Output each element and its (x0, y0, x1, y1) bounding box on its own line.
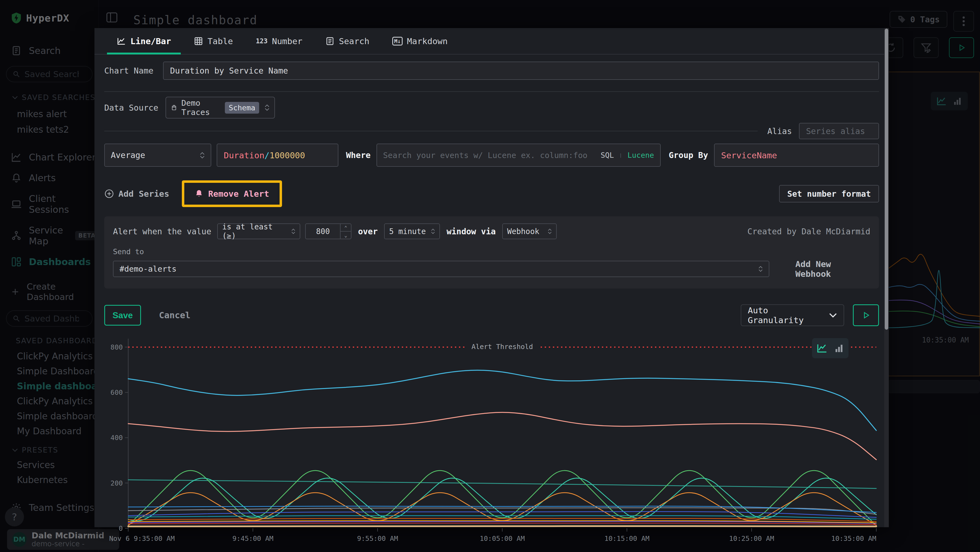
select-caret-icon (548, 228, 552, 234)
plus-circle-icon (104, 189, 114, 199)
preview-chart-svg: 0200400600800Nov 6 9:35:00 AM9:45:00 AM9… (104, 332, 879, 544)
sql-toggle[interactable]: SQL (601, 151, 614, 160)
series-row: Average Duration/1000000 Where Search yo… (104, 144, 879, 167)
alias-field[interactable] (799, 123, 879, 139)
line-chart-icon (816, 343, 828, 354)
data-source-value: Demo Traces (181, 98, 221, 117)
x-axis-tick: 10:35:00 AM (831, 534, 876, 542)
bell-icon (195, 189, 204, 198)
search-placeholder: Search your events w/ Lucene ex. column:… (383, 151, 598, 160)
data-source-label: Data Source (104, 103, 158, 113)
action-highlight-box: Remove Alert (182, 180, 282, 207)
y-axis-tick: 800 (111, 343, 123, 351)
chart-name-input[interactable] (170, 62, 872, 79)
window-via-label: window via (447, 227, 496, 236)
group-by-label: Group By (669, 150, 708, 160)
series-line-product-catalog (128, 493, 876, 525)
channel-type-select[interactable]: Webhook (502, 223, 557, 239)
run-preview-button[interactable] (853, 304, 879, 326)
select-caret-icon (291, 228, 295, 234)
modal-footer: Save Cancel Auto Granularity (104, 304, 879, 326)
window-select[interactable]: 5 minute (384, 223, 440, 239)
comparator-select[interactable]: is at least (≥) (217, 223, 300, 239)
preview-chart-type-toggle[interactable] (812, 338, 848, 358)
y-axis-tick: 200 (111, 479, 123, 487)
series-line-frontend (128, 370, 876, 431)
over-label: over (358, 227, 377, 236)
alert-prefix-label: Alert when the value (113, 227, 211, 236)
stepper-down-icon[interactable]: ⌄ (340, 231, 351, 239)
select-caret-icon (200, 152, 205, 159)
number-123-icon: 123 (256, 37, 267, 45)
table-icon (194, 37, 203, 46)
x-axis-tick: 9:55:00 AM (357, 534, 398, 542)
lucene-toggle[interactable]: Lucene (627, 151, 654, 160)
threshold-number-input[interactable]: 800 ⌃ ⌄ (305, 223, 352, 239)
tab-line-bar[interactable]: Line/Bar (105, 28, 182, 54)
divider (104, 91, 879, 92)
chart-name-row: Chart Name (104, 62, 879, 80)
app-screen: HyperDX Search SAVED SEARCHES mikes aler… (0, 0, 980, 552)
series-line-recommendation (128, 478, 876, 521)
save-button[interactable]: Save (104, 305, 141, 325)
series-actions-row: Add Series Remove Alert Set number forma… (104, 179, 879, 209)
group-by-input[interactable]: ServiceName (714, 144, 879, 167)
webhook-select[interactable]: #demo-alerts (113, 261, 769, 277)
add-new-webhook-button[interactable]: Add New Webhook (795, 259, 870, 279)
data-source-select[interactable]: Demo Traces Schema (165, 97, 275, 118)
divider (104, 131, 757, 131)
cancel-button[interactable]: Cancel (159, 310, 191, 321)
select-caret-icon (759, 266, 763, 272)
field-expression-input[interactable]: Duration/1000000 (217, 144, 338, 167)
data-source-row: Data Source Demo Traces Schema (104, 97, 879, 118)
alert-threshold-label: Alert Threshold (471, 343, 533, 351)
where-search-input[interactable]: Search your events w/ Lucene ex. column:… (377, 144, 660, 167)
stepper-up-icon[interactable]: ⌃ (340, 224, 351, 231)
send-to-label: Send to (113, 247, 870, 256)
modal-scrollbar-thumb[interactable] (885, 29, 888, 330)
y-axis-tick: 600 (111, 389, 123, 396)
remove-alert-button[interactable]: Remove Alert (186, 185, 277, 203)
series-line-checkout (128, 413, 876, 460)
edit-chart-modal: Line/Bar Table 123 Number Search M↓ Ma (94, 28, 889, 527)
line-chart-icon (117, 37, 126, 46)
granularity-select[interactable]: Auto Granularity (741, 304, 844, 326)
database-icon (171, 103, 177, 112)
tab-table[interactable]: Table (182, 28, 244, 54)
chart-type-tabs: Line/Bar Table 123 Number Search M↓ Ma (94, 28, 889, 54)
select-caret-icon (265, 104, 269, 111)
x-axis-tick: 10:05:00 AM (480, 534, 525, 542)
x-axis-tick: 10:25:00 AM (729, 534, 774, 542)
schema-badge[interactable]: Schema (225, 102, 259, 113)
list-icon (325, 37, 334, 46)
x-axis-tick: 9:45:00 AM (232, 534, 274, 542)
alias-label: Alias (767, 126, 792, 136)
chart-name-field[interactable] (163, 62, 879, 80)
x-axis-tick: 10:15:00 AM (605, 534, 649, 542)
play-icon (861, 311, 870, 320)
series-line-kafka (128, 526, 876, 526)
alias-row: Alias (104, 123, 879, 139)
series-line-cart (128, 480, 876, 488)
number-stepper[interactable]: ⌃ ⌄ (340, 224, 351, 239)
lang-separator: | (619, 153, 622, 158)
tab-number[interactable]: 123 Number (245, 28, 314, 54)
alias-input[interactable] (806, 123, 872, 139)
add-series-button[interactable]: Add Series (104, 189, 169, 199)
alert-config-panel: Alert when the value is at least (≥) 800… (104, 216, 879, 289)
aggregation-select[interactable]: Average (104, 144, 211, 167)
created-by-label: Created by Dale McDiarmid (747, 227, 870, 236)
tab-markdown[interactable]: M↓ Markdown (381, 28, 459, 54)
modal-scrollbar[interactable] (884, 28, 889, 527)
where-label: Where (346, 150, 371, 160)
x-axis-tick: Nov 6 9:35:00 AM (109, 534, 175, 542)
set-number-format-button[interactable]: Set number format (779, 185, 879, 203)
y-axis-tick: 0 (119, 525, 123, 532)
bar-chart-icon (834, 343, 844, 353)
tab-search[interactable]: Search (314, 28, 381, 54)
chevron-down-icon (829, 313, 837, 318)
series-line-fraud (128, 523, 876, 525)
y-axis-tick: 400 (111, 434, 123, 442)
chart-name-label: Chart Name (104, 66, 154, 75)
select-caret-icon (431, 228, 435, 234)
